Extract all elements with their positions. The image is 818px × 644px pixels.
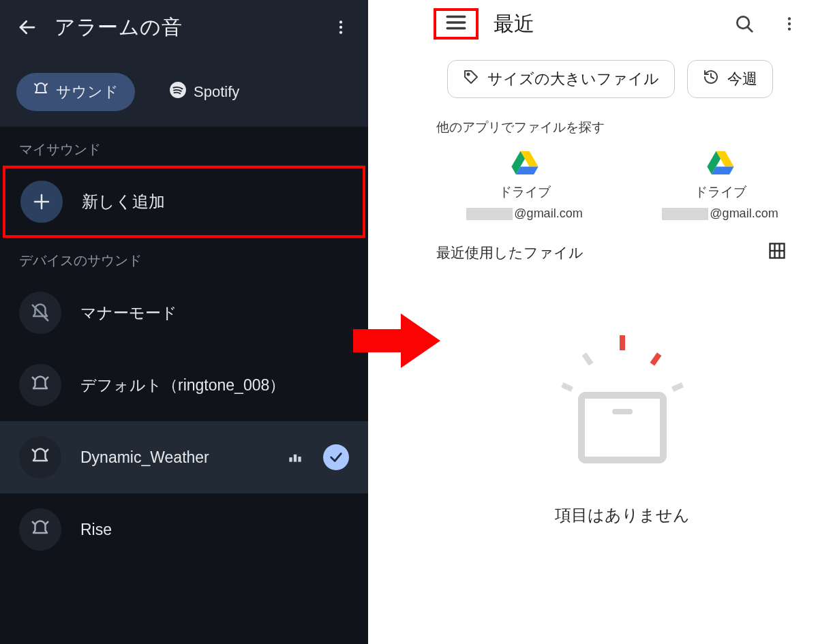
grid-view-icon[interactable] xyxy=(768,241,787,264)
tab-sound[interactable]: サウンド xyxy=(16,73,135,111)
sound-dynamic-label: Dynamic_Weather xyxy=(80,448,267,467)
svg-line-16 xyxy=(748,27,753,32)
svg-point-19 xyxy=(788,27,791,30)
svg-rect-9 xyxy=(294,455,297,462)
svg-point-18 xyxy=(788,22,791,25)
spotify-icon xyxy=(169,81,187,103)
svg-point-17 xyxy=(788,17,791,20)
drive-email: @gmail.com xyxy=(662,206,778,221)
section-device-sounds: デバイスのサウンド xyxy=(0,238,368,277)
highlight-menu xyxy=(434,8,479,40)
section-my-sounds: マイサウンド xyxy=(0,127,368,166)
svg-rect-33 xyxy=(650,352,662,365)
files-title: 最近 xyxy=(494,10,714,38)
highlight-add-new: 新しく追加 xyxy=(3,166,365,238)
back-icon[interactable] xyxy=(12,12,42,42)
empty-state: 項目はありません xyxy=(427,320,818,526)
plus-icon xyxy=(20,181,63,223)
tag-icon xyxy=(463,69,479,89)
check-icon xyxy=(323,444,349,470)
chip-large-files[interactable]: サイズの大きいファイル xyxy=(447,60,675,98)
menu-icon[interactable] xyxy=(444,11,468,37)
alarm-header: アラームの音 サウンド Spotify xyxy=(0,0,368,127)
alarm-bell-icon xyxy=(33,82,49,102)
svg-point-2 xyxy=(339,26,342,29)
other-apps-label: 他のアプリでファイルを探す xyxy=(427,98,818,140)
equalizer-icon xyxy=(286,447,304,467)
empty-box-icon xyxy=(544,320,701,477)
redacted-block xyxy=(662,208,708,220)
add-new-button[interactable]: 新しく追加 xyxy=(20,175,348,228)
page-title: アラームの音 xyxy=(55,14,314,42)
history-icon xyxy=(703,69,719,89)
chip-large-label: サイズの大きいファイル xyxy=(487,69,659,89)
chip-week-label: 今週 xyxy=(727,69,757,89)
drive-email: @gmail.com xyxy=(466,206,582,221)
svg-rect-31 xyxy=(620,335,625,350)
svg-point-3 xyxy=(339,31,342,33)
svg-rect-32 xyxy=(582,352,594,365)
empty-message: 項目はありません xyxy=(555,504,690,526)
chip-this-week[interactable]: 今週 xyxy=(687,60,773,98)
sound-silent-label: マナーモード xyxy=(80,303,349,324)
sound-dynamic-weather[interactable]: Dynamic_Weather xyxy=(0,421,368,493)
alarm-icon xyxy=(19,364,61,406)
sound-rise-label: Rise xyxy=(80,521,349,539)
alarm-sound-screen: アラームの音 サウンド Spotify マイサウンド xyxy=(0,0,368,644)
more-vert-icon[interactable] xyxy=(326,12,356,42)
add-new-label: 新しく追加 xyxy=(82,191,165,213)
drive-account-2[interactable]: ドライブ @gmail.com xyxy=(629,150,811,221)
svg-rect-35 xyxy=(671,382,684,392)
drive-label: ドライブ xyxy=(499,183,551,201)
svg-rect-34 xyxy=(561,382,573,392)
svg-rect-37 xyxy=(612,409,633,414)
sound-silent[interactable]: マナーモード xyxy=(0,277,368,349)
drive-label: ドライブ xyxy=(695,183,746,201)
svg-point-20 xyxy=(468,74,470,76)
recent-files-label: 最近使用したファイル xyxy=(436,243,584,262)
drive-icon xyxy=(511,150,539,178)
alarm-icon xyxy=(19,508,61,551)
sound-default-label: デフォルト（ringtone_008） xyxy=(80,375,349,396)
alarm-icon xyxy=(19,436,61,478)
arrow-icon xyxy=(353,310,442,374)
svg-rect-8 xyxy=(289,457,292,462)
svg-point-1 xyxy=(339,20,342,23)
svg-marker-11 xyxy=(353,313,440,368)
drive-account-1[interactable]: ドライブ @gmail.com xyxy=(434,150,616,221)
bell-off-icon xyxy=(19,292,61,334)
tab-sound-label: サウンド xyxy=(56,82,119,102)
more-vert-icon[interactable] xyxy=(774,9,804,39)
sound-default[interactable]: デフォルト（ringtone_008） xyxy=(0,349,368,421)
svg-rect-10 xyxy=(298,457,301,462)
drive-icon xyxy=(707,150,734,178)
tab-spotify-label: Spotify xyxy=(194,83,239,101)
sound-rise[interactable]: Rise xyxy=(0,493,368,566)
search-icon[interactable] xyxy=(729,9,759,39)
tab-spotify[interactable]: Spotify xyxy=(153,72,256,112)
redacted-block xyxy=(466,208,513,220)
svg-rect-36 xyxy=(581,395,663,460)
